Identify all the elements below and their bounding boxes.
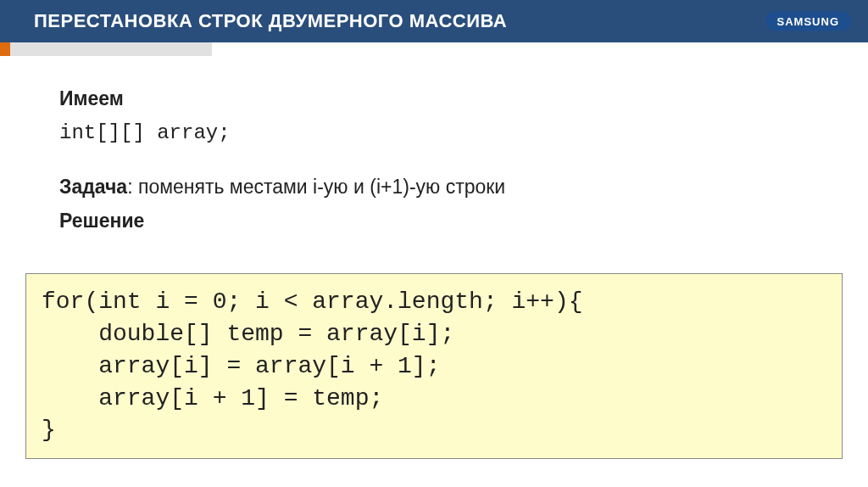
intro-label: Имеем (59, 85, 809, 112)
task-line: Задача: поменять местами i-ую и (i+1)-ую… (59, 173, 809, 200)
declaration-code: int[][] array; (59, 119, 809, 148)
accent-bar (0, 42, 212, 56)
slide-title: ПЕРЕСТАНОВКА СТРОК ДВУМЕРНОГО МАССИВА (34, 10, 507, 32)
slide-header: ПЕРЕСТАНОВКА СТРОК ДВУМЕРНОГО МАССИВА SA… (0, 0, 868, 42)
code-block: for(int i = 0; i < array.length; i++){ d… (25, 273, 843, 459)
slide-content: Имеем int[][] array; Задача: поменять ме… (0, 42, 868, 258)
task-text: : поменять местами i-ую и (i+1)-ую строк… (127, 176, 505, 198)
samsung-logo: SAMSUNG (765, 12, 851, 31)
solution-label: Решение (59, 207, 809, 234)
task-label: Задача (59, 176, 127, 198)
